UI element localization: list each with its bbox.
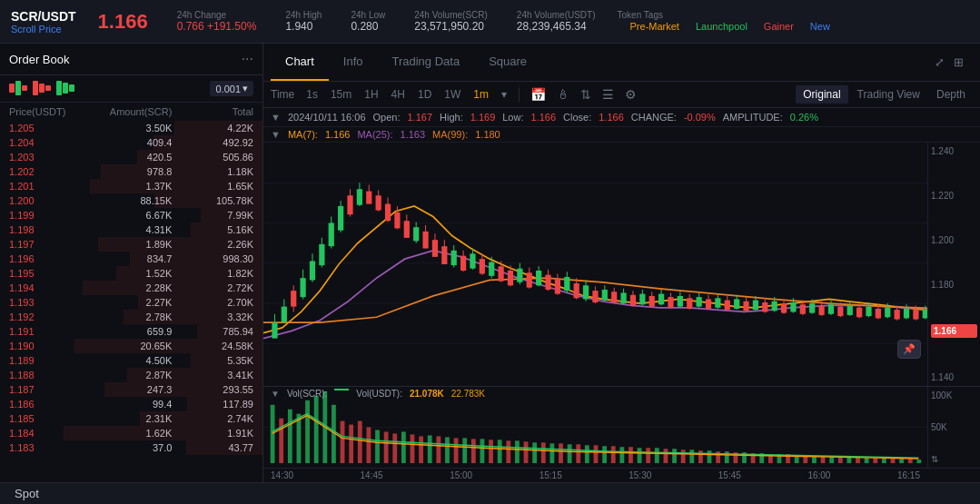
table-row[interactable]: 1.18337.043.77 <box>0 440 262 455</box>
vm-original[interactable]: Original <box>796 85 847 104</box>
tag-premarket[interactable]: Pre-Market <box>625 20 685 33</box>
ci-close-label: Close: <box>563 112 591 123</box>
vm-trading-view[interactable]: Trading View <box>850 85 927 104</box>
table-row[interactable]: 1.1932.27K2.70K <box>0 295 262 310</box>
table-row[interactable]: 1.1971.89K2.26K <box>0 237 262 252</box>
row-amount: 4.31K <box>91 224 173 235</box>
svg-rect-224 <box>865 458 869 463</box>
svg-rect-84 <box>639 294 645 305</box>
stat-24h-low: 24h Low 0.280 <box>351 10 385 33</box>
chart-header-icons: ⤢ ⊞ <box>926 54 973 71</box>
order-book-title: Order Book <box>9 53 69 66</box>
svg-rect-165 <box>349 425 353 464</box>
table-row[interactable]: 1.1922.78K3.32K <box>0 310 262 324</box>
tag-new[interactable]: New <box>805 20 836 33</box>
svg-rect-98 <box>706 299 711 308</box>
header: SCR/USDT Scroll Price 1.166 24h Change 0… <box>0 0 980 44</box>
svg-rect-221 <box>838 457 843 463</box>
table-row[interactable]: 1.1841.62K1.91K <box>0 426 262 440</box>
svg-rect-132 <box>866 307 871 316</box>
ci-high: 1.169 <box>470 112 496 123</box>
candle-icon[interactable]: 🕯 <box>553 85 573 104</box>
table-row[interactable]: 1.203420.5505.86 <box>0 150 262 164</box>
tf-15m[interactable]: 15m <box>326 86 356 103</box>
ob-view-asks[interactable] <box>33 81 53 95</box>
row-total: 998.30 <box>172 253 253 264</box>
table-row[interactable]: 1.19020.65K24.58K <box>0 339 262 353</box>
table-row[interactable]: 1.204409.4492.92 <box>0 135 262 150</box>
tag-launchpool[interactable]: Launchpool <box>690 20 753 33</box>
gear-icon[interactable]: ⚙ <box>621 85 640 104</box>
indicator-icon[interactable]: ⇅ <box>577 85 595 104</box>
precision-selector[interactable]: 0.001 ▾ <box>210 81 253 96</box>
settings-icon[interactable]: ☰ <box>599 85 618 104</box>
chart-indicator-btn[interactable]: 📌 <box>897 340 921 359</box>
table-row[interactable]: 1.1852.31K2.74K <box>0 411 262 426</box>
expand-icon[interactable]: ⤢ <box>933 54 946 71</box>
ci-amp: 0.26% <box>790 112 818 123</box>
row-price: 1.200 <box>9 195 91 206</box>
time-1500: 15:00 <box>450 470 472 480</box>
tf-1w[interactable]: 1W <box>440 86 465 103</box>
vm-depth[interactable]: Depth <box>929 85 973 104</box>
table-row[interactable]: 1.1996.67K7.99K <box>0 208 262 222</box>
table-row[interactable]: 1.18699.4117.89 <box>0 397 262 411</box>
tf-1h[interactable]: 1H <box>360 86 382 103</box>
tf-1d[interactable]: 1D <box>413 86 436 103</box>
table-row[interactable]: 1.1942.28K2.72K <box>0 281 262 295</box>
time-label: Time <box>271 88 294 101</box>
row-total: 7.99K <box>172 210 253 221</box>
table-row[interactable]: 1.196834.7998.30 <box>0 252 262 266</box>
svg-rect-24 <box>357 189 362 204</box>
svg-rect-82 <box>630 295 636 306</box>
ob-view-bids[interactable] <box>56 81 76 95</box>
svg-rect-142 <box>913 310 918 319</box>
table-row[interactable]: 1.1951.52K1.82K <box>0 266 262 281</box>
svg-rect-92 <box>678 296 683 307</box>
row-price: 1.187 <box>9 384 91 395</box>
ci-low: 1.166 <box>531 112 557 123</box>
svg-rect-188 <box>549 443 554 463</box>
col-total-header: Total <box>172 106 253 117</box>
ci-high-label: High: <box>440 112 463 123</box>
tf-1s[interactable]: 1s <box>302 86 322 103</box>
grid-icon[interactable]: ⊞ <box>952 54 965 71</box>
current-price: 1.166 <box>98 10 148 33</box>
order-book-menu[interactable]: ··· <box>242 51 253 67</box>
vol-level-50k: 50K <box>931 422 977 432</box>
tab-square[interactable]: Square <box>474 44 541 81</box>
table-row[interactable]: 1.20088.15K105.78K <box>0 193 262 208</box>
ticker-sub[interactable]: Scroll Price <box>11 24 76 35</box>
table-row[interactable]: 1.202978.81.18K <box>0 164 262 179</box>
table-row[interactable]: 1.187247.3293.55 <box>0 382 262 397</box>
table-row[interactable]: 1.2053.50K4.22K <box>0 121 262 135</box>
table-row[interactable]: 1.191659.9785.94 <box>0 324 262 339</box>
row-total: 43.77 <box>172 442 253 453</box>
ob-view-both[interactable] <box>9 81 29 95</box>
tab-info[interactable]: Info <box>329 44 378 81</box>
svg-rect-100 <box>715 298 720 307</box>
col-amount-header: Amount(SCR) <box>91 106 173 117</box>
main-chart-container[interactable]: .candle-green { fill: #22c55e; } .candle… <box>263 143 980 386</box>
chevron-down-icon[interactable]: ▾ <box>497 86 511 103</box>
calendar-icon[interactable]: 📅 <box>527 85 549 104</box>
tf-1m[interactable]: 1m <box>469 86 493 103</box>
order-book-rows: 1.2053.50K4.22K1.204409.4492.921.203420.… <box>0 121 262 482</box>
svg-rect-187 <box>541 442 546 463</box>
spot-label[interactable]: Spot <box>15 487 39 500</box>
tag-gainer[interactable]: Gainer <box>758 20 799 33</box>
tab-chart[interactable]: Chart <box>271 44 329 81</box>
table-row[interactable]: 1.1882.87K3.41K <box>0 368 262 382</box>
svg-rect-168 <box>375 430 380 463</box>
svg-rect-124 <box>828 304 834 313</box>
tab-trading-data[interactable]: Trading Data <box>377 44 474 81</box>
order-book-panel: Order Book ··· 0.001 ▾ <box>0 44 263 482</box>
row-price: 1.204 <box>9 137 91 148</box>
svg-rect-70 <box>574 283 579 298</box>
table-row[interactable]: 1.1894.50K5.35K <box>0 353 262 368</box>
tf-4h[interactable]: 4H <box>387 86 410 103</box>
row-total: 3.41K <box>172 370 253 380</box>
table-row[interactable]: 1.1984.31K5.16K <box>0 222 262 237</box>
table-row[interactable]: 1.2011.37K1.65K <box>0 179 262 193</box>
row-price: 1.199 <box>9 210 91 221</box>
